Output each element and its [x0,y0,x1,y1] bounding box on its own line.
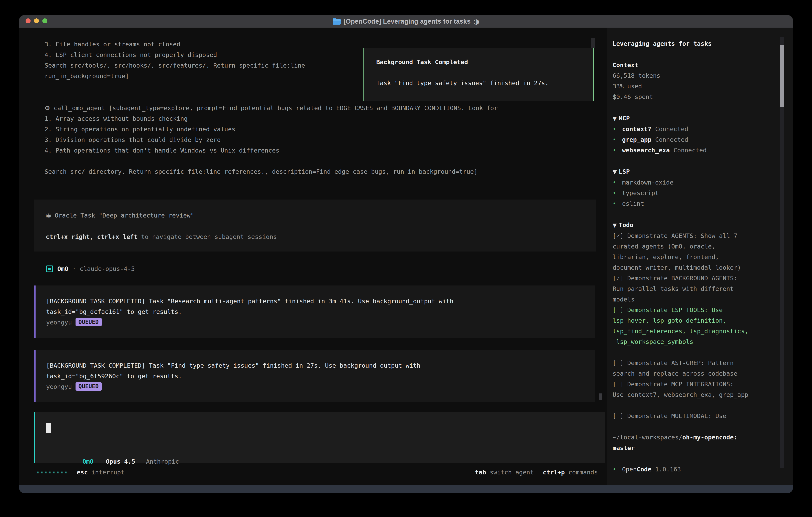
todo-item-pending: [ ] Demonstrate MCP INTEGRATIONS: Use co… [613,379,793,400]
lsp-item: •eslint [613,198,793,209]
status-dot-icon: • [613,179,616,186]
message-text-line: [BACKGROUND TASK COMPLETED] Task "Find t… [46,360,595,371]
mcp-section-header[interactable]: ▼MCP [613,113,793,124]
lsp-section: ▼LSP •markdown-oxide •typescript •eslint [613,166,793,209]
context-spent: $0.46 spent [613,91,793,102]
mcp-section: ▼MCP •context7Connected •grep_appConnect… [613,113,793,156]
todo-heading: Todo [619,221,633,228]
todo-section-header[interactable]: ▼Todo [613,220,793,230]
sidebar-scrollbar-track[interactable] [780,37,784,468]
chat-scrollbar-thumb[interactable] [590,38,595,48]
minimize-button[interactable] [34,19,39,23]
tool-call-item: 1. Array access without bounds checking [45,113,498,124]
separator: · [72,265,76,272]
input-model-name: Opus 4.5 [106,458,135,465]
chat-scrollbar-thumb-small[interactable] [599,393,602,400]
status-dot-icon: • [613,466,616,473]
message-text-line: task_id="bg_dcfac161" to get results. [46,306,595,317]
context-used: 33% used [613,81,793,91]
zoom-button[interactable] [42,19,47,23]
todo-section: ▼Todo [✓] Demonstrate AGENTS: Show all 7… [613,220,793,421]
sidebar-scrollbar-thumb[interactable] [780,45,784,107]
scrollback-line: Search src/tools/, src/hooks/, src/featu… [45,60,305,71]
session-title: Leveraging agents for tasks [613,38,793,49]
chevron-down-icon: ▼ [613,222,617,228]
message-author: yeongyu [46,319,72,326]
input-agent-name: OmO [83,458,93,465]
tool-call-block: ⚙ call_omo_agent [subagent_type=explore,… [45,103,498,177]
background-task-message: [BACKGROUND TASK COMPLETED] Task "Resear… [34,285,595,338]
status-dot-icon: • [613,126,616,133]
ctrlp-key-hint: ctrl+p [543,467,565,478]
tool-call-item: 3. Division operations that could divide… [45,135,498,145]
oracle-hint-keys: ctrl+x right, ctrl+x left [46,233,138,240]
message-text-line: task_id="bg_6f59260c" to get results. [46,371,595,381]
fisheye-icon: ◉ [46,212,51,219]
opencode-terminal-window: [OpenCode] Leveraging agents for tasks ◑… [19,15,793,493]
status-bar: ■■■■■■■■ esc interrupt tab switch agent … [37,467,598,478]
tool-call-item: 4. Path operations that don't handle Win… [45,145,498,156]
lsp-section-header[interactable]: ▼LSP [613,166,793,177]
folder-icon [333,19,341,25]
workspace-path: ~/local-workspaces/ [613,434,682,441]
chevron-down-icon: ▼ [613,169,617,175]
queued-status-badge: QUEUED [76,382,102,391]
toast-body: Task "Find type safety issues" finished … [376,78,593,88]
status-dot-icon: • [613,136,616,143]
window-title: [OpenCode] Leveraging agents for tasks ◑ [333,18,479,25]
todo-item-pending: [ ] Demonstrate AST-GREP: Pattern search… [613,358,793,379]
traffic-lights [26,19,47,23]
background-task-message: [BACKGROUND TASK COMPLETED] Task "Find t… [34,350,595,402]
session-sidebar: Leveraging agents for tasks Context 66,5… [607,28,793,485]
context-tokens: 66,518 tokens [613,71,793,81]
toast-title: Background Task Completed [376,57,593,67]
gear-icon: ⚙ [45,105,50,112]
scrollback-line: 3. File handles or streams not closed [45,39,305,50]
mcp-item: •websearch_exaConnected [613,145,793,156]
agent-name: OmO [57,265,68,272]
background-task-toast: Background Task Completed Task "Find typ… [364,48,593,101]
tab-key-label: switch agent [490,467,534,478]
tool-call-head: call_omo_agent [subagent_type=explore, p… [54,105,498,112]
tool-call-tail: Search src/ directory. Return specific f… [45,166,498,177]
screen: [OpenCode] Leveraging agents for tasks ◑… [0,0,812,517]
status-dot-icon: • [613,190,616,196]
agent-session-header: OmO · claude-opus-4-5 [46,264,135,274]
half-circle-status-icon: ◑ [473,18,479,25]
input-model-row: OmOOpus 4.5Anthropic [46,446,179,456]
prompt-input[interactable]: OmOOpus 4.5Anthropic [34,412,605,463]
version-row: •OpenCode1.0.163 [613,464,793,474]
message-author: yeongyu [46,383,72,390]
chevron-down-icon: ▼ [613,115,617,121]
spinner-dots: ■■■■■■■■ [37,467,69,478]
status-dot-icon: • [613,147,616,154]
window-title-text: [OpenCode] Leveraging agents for tasks [344,18,470,25]
workspace-info: ~/local-workspaces/oh-my-opencode: maste… [613,432,793,453]
workspace-repo: oh-my-opencode: [682,434,737,441]
window-footer-bar [19,485,793,493]
message-text-line: [BACKGROUND TASK COMPLETED] Task "Resear… [46,296,595,306]
scrollback-line: 4. LSP client connections not properly d… [45,50,305,60]
oracle-task-title: Oracle Task "Deep architecture review" [55,212,194,219]
app-version: 1.0.163 [655,466,681,473]
close-button[interactable] [26,19,31,23]
input-provider-name: Anthropic [146,458,179,465]
window-titlebar: [OpenCode] Leveraging agents for tasks ◑ [19,15,793,28]
omo-agent-icon [46,266,53,272]
chat-main-area: 3. File handles or streams not closed 4.… [19,28,607,485]
mcp-item: •context7Connected [613,124,793,134]
lsp-item: •typescript [613,188,793,198]
oracle-task-box: ◉ Oracle Task "Deep architecture review"… [34,199,596,251]
app-name: Open [622,466,637,473]
todo-item-active: [ ] Demonstrate LSP TOOLS: Use lsp_hover… [613,305,793,347]
todo-item-done: [✓] Demonstrate BACKGROUND AGENTS: Run p… [613,273,793,305]
agent-model: claude-opus-4-5 [80,265,135,272]
context-section: Context 66,518 tokens 33% used $0.46 spe… [613,60,793,102]
ctrlp-key-label: commands [569,467,598,478]
esc-key-label: interrupt [91,467,124,478]
tool-call-item: 2. String operations on potentially unde… [45,124,498,135]
mcp-item: •grep_appConnected [613,134,793,145]
text-cursor [46,423,51,433]
context-heading: Context [613,61,638,69]
todo-item-pending: [ ] Demonstrate MULTIMODAL: Use [613,411,793,421]
